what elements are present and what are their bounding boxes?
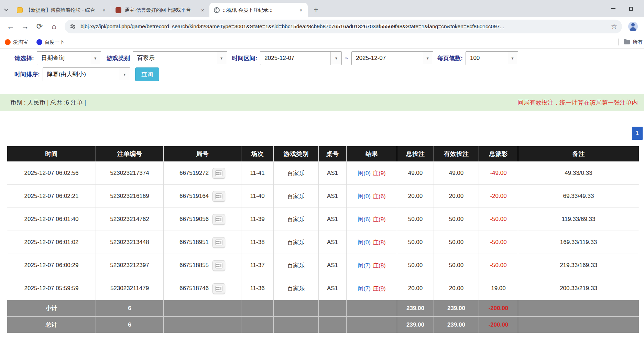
cell-valid-bet: 20.00 [434,185,479,208]
roadmap-icon[interactable] [212,168,225,179]
taobao-icon [5,39,11,45]
cell-payout: -20.00 [479,185,518,208]
tab-bet-records-active[interactable]: :::视讯 会员下注纪录::: × [209,3,308,17]
roadmap-icon[interactable] [212,260,225,271]
back-button[interactable]: ← [3,19,18,34]
tab-close-icon[interactable]: × [298,7,304,13]
empty-cell [518,317,639,333]
tab-close-icon[interactable]: × [199,7,206,13]
forward-button[interactable]: → [18,19,32,34]
header-session: 场次 [241,146,274,162]
subtotal-label: 小计 [7,300,96,317]
address-bar[interactable]: bjbj.xyz/ipl/portal.php/game/betrecord_s… [65,20,622,33]
cell-table-no: AS1 [319,254,347,277]
dropdown-arrow-icon[interactable]: ▼ [422,52,433,65]
header-note: 备注 [518,146,639,162]
dropdown-arrow-icon[interactable]: ▼ [119,68,130,81]
date-to-value: 2025-12-07 [352,52,422,65]
search-button[interactable]: 查询 [135,67,159,81]
maximize-button[interactable] [622,0,640,17]
date-from-select[interactable]: 2025-12-07 ▼ [260,51,342,65]
cell-result: 闲(0)庄(8) [347,231,397,254]
dropdown-arrow-icon[interactable]: ▼ [507,52,518,65]
tab-strip: 【新提醒】海燕策略论坛 - 综合 × 通宝-信誉最好的网上游戏平台 × :::视… [0,0,644,17]
date-range-tilde: ~ [345,55,348,62]
empty-cell [319,317,347,333]
query-type-select[interactable]: 日期查询 ▼ [37,51,101,65]
cell-payout: -50.00 [479,231,518,254]
empty-cell [518,300,639,317]
cell-total-bet[interactable]: 20.00 [397,185,434,208]
page-1-button[interactable]: 1 [632,127,643,140]
cell-note: 69.33/49.33 [518,185,639,208]
bookmark-star-icon[interactable]: ☆ [608,21,620,32]
game-type-select[interactable]: 百家乐 ▼ [133,51,227,65]
dropdown-arrow-icon[interactable]: ▼ [216,52,227,65]
result-banker: 庄(8) [373,262,386,269]
cell-valid-bet: 50.00 [434,254,479,277]
header-valid-bet: 有效投注 [434,146,479,162]
cell-total-bet[interactable]: 50.00 [397,254,434,277]
roadmap-icon[interactable] [212,283,225,294]
roadmap-icon[interactable] [212,191,225,202]
tab-tongbao[interactable]: 通宝-信誉最好的网上游戏平台 × [111,3,209,17]
sort-value: 降幂(由大到小) [43,68,119,81]
dropdown-arrow-icon[interactable]: ▼ [330,52,341,65]
minimize-button[interactable] [604,0,622,17]
tab-forum[interactable]: 【新提醒】海燕策略论坛 - 综合 × [12,3,111,17]
table-header-row: 时间 注单编号 局号 场次 游戏类别 桌号 结果 总投注 有效投注 总派彩 备注 [7,146,639,162]
all-bookmarks-button[interactable]: 所有 [616,39,643,45]
tab-search-button[interactable] [0,3,12,17]
subtotal-row: 小计 6 239.00 239.00 -200.00 [7,300,639,317]
result-player: 闲(0) [358,170,371,177]
cell-total-bet[interactable]: 49.00 [397,162,434,185]
cell-session: 11-37 [241,254,274,277]
table-row: 2025-12-07 06:02:56 523023217374 6675192… [7,162,639,185]
cell-total-bet[interactable]: 50.00 [397,231,434,254]
round-id-text: 667519272 [179,170,209,177]
sort-select[interactable]: 降幂(由大到小) ▼ [43,67,130,81]
bookmark-aitaobao[interactable]: 爱淘宝 [5,39,28,45]
cell-note: 200.33/219.33 [518,277,639,300]
cell-time: 2025-12-07 05:59:59 [7,277,96,300]
roadmap-icon[interactable] [212,237,225,248]
browser-toolbar: ← → ⟳ ⌂ bjbj.xyz/ipl/portal.php/game/bet… [0,17,644,36]
cell-note: 219.33/169.33 [518,254,639,277]
page-size-select[interactable]: 100 ▼ [466,51,518,65]
tab-close-icon[interactable]: × [101,7,107,13]
result-banker: 庄(9) [373,216,386,223]
table-row: 2025-12-07 05:59:59 523023211479 6675187… [7,277,639,300]
cell-time: 2025-12-07 06:02:56 [7,162,96,185]
cell-payout: -49.00 [479,162,518,185]
bookmark-baidu[interactable]: 百度一下 [36,39,65,45]
profile-icon[interactable] [628,22,638,31]
maximize-icon [629,7,633,11]
cell-result: 闲(0)庄(6) [347,185,397,208]
round-id-text: 667518855 [179,262,209,269]
bookmark-label: 百度一下 [45,39,65,45]
date-to-select[interactable]: 2025-12-07 ▼ [351,51,433,65]
table-row: 2025-12-07 06:01:02 523023213448 6675189… [7,231,639,254]
new-tab-button[interactable]: + [310,3,322,16]
cell-result: 闲(7)庄(8) [347,254,397,277]
url-text[interactable]: bjbj.xyz/ipl/portal.php/game/betrecord_s… [80,23,608,30]
cell-session: 11-36 [241,277,274,300]
cell-table-no: AS1 [319,231,347,254]
roadmap-icon[interactable] [212,214,225,225]
home-button[interactable]: ⌂ [47,19,61,34]
reload-button[interactable]: ⟳ [32,19,47,34]
site-info-icon[interactable] [70,23,76,30]
date-range-label: 时间区间: [232,54,258,62]
cell-session: 11-38 [241,231,274,254]
cell-note: 119.33/69.33 [518,208,639,231]
cell-total-bet[interactable]: 50.00 [397,208,434,231]
cell-total-bet[interactable]: 20.00 [397,277,434,300]
result-player: 闲(7) [358,285,371,292]
result-banker: 庄(8) [373,239,386,246]
dropdown-arrow-icon[interactable]: ▼ [90,52,101,65]
empty-cell [274,300,319,317]
cell-table-no: AS1 [319,162,347,185]
currency-summary-text: 币别 : 人民币 | 总共 :6 注单 | [10,98,86,107]
subtotal-total-bet: 239.00 [397,300,434,317]
table-row: 2025-12-07 06:00:29 523023212397 6675188… [7,254,639,277]
